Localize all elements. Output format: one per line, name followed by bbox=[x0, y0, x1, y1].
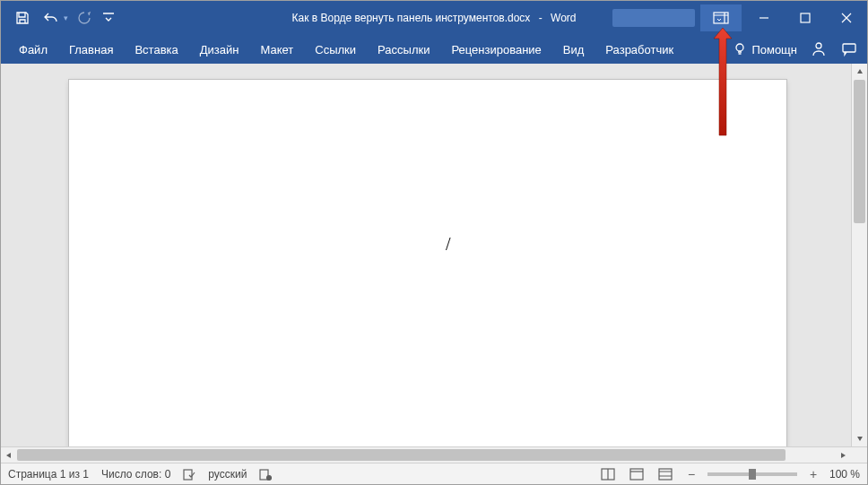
word-count-label: Число слов: 0 bbox=[101, 468, 170, 481]
language-status[interactable]: русский bbox=[208, 468, 247, 481]
save-icon bbox=[15, 11, 30, 25]
page-number-status[interactable]: Страница 1 из 1 bbox=[8, 468, 89, 481]
tab-references[interactable]: Ссылки bbox=[304, 35, 367, 64]
scroll-right-button[interactable] bbox=[835, 447, 851, 463]
share-button[interactable] bbox=[810, 40, 828, 58]
macro-record-status[interactable] bbox=[259, 468, 272, 481]
zoom-percent[interactable]: 100 % bbox=[829, 468, 860, 481]
svg-rect-3 bbox=[801, 13, 810, 22]
svg-rect-6 bbox=[843, 44, 855, 52]
read-mode-icon bbox=[601, 468, 615, 481]
zoom-slider-handle[interactable] bbox=[749, 469, 756, 480]
web-layout-button[interactable] bbox=[655, 466, 675, 482]
app-name: Word bbox=[551, 12, 576, 24]
print-layout-button[interactable] bbox=[627, 466, 647, 482]
macro-record-icon bbox=[259, 468, 272, 481]
print-layout-icon bbox=[629, 468, 644, 481]
zoom-out-button[interactable]: − bbox=[684, 467, 699, 481]
tab-file[interactable]: Файл bbox=[8, 35, 58, 64]
save-button[interactable] bbox=[10, 5, 35, 30]
workspace: / bbox=[1, 64, 867, 446]
undo-dropdown-icon[interactable]: ▾ bbox=[64, 13, 68, 22]
share-icon bbox=[811, 41, 827, 57]
ribbon-right-tools: Помощн bbox=[733, 40, 867, 58]
text-cursor: / bbox=[446, 234, 451, 255]
svg-point-9 bbox=[267, 475, 272, 480]
tell-me-search[interactable]: Помощн bbox=[733, 43, 797, 56]
ribbon-display-options-button[interactable] bbox=[700, 4, 742, 31]
hscroll-track[interactable] bbox=[17, 447, 835, 463]
close-icon bbox=[841, 13, 852, 23]
tab-design[interactable]: Дизайн bbox=[189, 35, 250, 64]
maximize-button[interactable] bbox=[785, 1, 826, 35]
document-name: Как в Ворде вернуть панель инструментов.… bbox=[291, 12, 530, 24]
scroll-corner bbox=[851, 447, 867, 463]
hscroll-thumb[interactable] bbox=[17, 449, 786, 461]
svg-rect-2 bbox=[714, 13, 728, 23]
bulb-icon bbox=[733, 43, 746, 56]
vertical-scrollbar[interactable] bbox=[851, 64, 867, 446]
title-text: Как в Ворде вернуть панель инструментов.… bbox=[291, 12, 576, 24]
word-window: ▾ Как в Ворде вернуть панель инструменто… bbox=[0, 0, 868, 485]
scroll-left-button[interactable] bbox=[1, 447, 17, 463]
svg-rect-12 bbox=[659, 469, 672, 480]
comments-button[interactable] bbox=[840, 40, 858, 58]
svg-point-4 bbox=[736, 44, 743, 51]
zoom-in-button[interactable]: + bbox=[806, 467, 820, 481]
redo-icon bbox=[77, 11, 91, 25]
undo-icon bbox=[44, 11, 58, 25]
customize-qat-icon bbox=[101, 11, 116, 25]
minimize-button[interactable] bbox=[743, 1, 785, 35]
comments-icon bbox=[841, 41, 857, 57]
tab-developer[interactable]: Разработчик bbox=[595, 35, 684, 64]
zoom-slider[interactable] bbox=[707, 472, 797, 476]
titlebar: ▾ Как в Ворде вернуть панель инструменто… bbox=[1, 1, 867, 35]
language-label: русский bbox=[208, 468, 247, 481]
account-area[interactable] bbox=[612, 9, 695, 27]
customize-qat-button[interactable] bbox=[100, 5, 117, 30]
spell-check-status[interactable] bbox=[183, 468, 195, 481]
undo-button[interactable] bbox=[39, 5, 64, 30]
status-bar: Страница 1 из 1 Число слов: 0 русский − bbox=[1, 463, 867, 484]
quick-access-toolbar: ▾ bbox=[1, 5, 117, 30]
ribbon-tabs: Файл Главная Вставка Дизайн Макет Ссылки… bbox=[1, 35, 867, 64]
vscroll-track[interactable] bbox=[852, 80, 867, 430]
tab-review[interactable]: Рецензирование bbox=[440, 35, 551, 64]
tab-mailings[interactable]: Рассылки bbox=[367, 35, 440, 64]
document-area[interactable]: / bbox=[1, 64, 851, 446]
web-layout-icon bbox=[658, 468, 673, 481]
scroll-down-button[interactable] bbox=[852, 430, 867, 446]
scroll-up-button[interactable] bbox=[852, 64, 867, 80]
status-right-group: − + 100 % bbox=[598, 466, 860, 482]
svg-rect-7 bbox=[184, 470, 192, 480]
tab-layout[interactable]: Макет bbox=[249, 35, 304, 64]
svg-rect-11 bbox=[630, 469, 643, 480]
tab-view[interactable]: Вид bbox=[552, 35, 595, 64]
spell-check-icon bbox=[183, 468, 195, 481]
read-mode-button[interactable] bbox=[598, 466, 618, 482]
tell-me-label: Помощн bbox=[751, 43, 797, 56]
title-separator: - bbox=[539, 12, 542, 24]
page-number-label: Страница 1 из 1 bbox=[8, 468, 89, 481]
svg-point-5 bbox=[816, 43, 821, 48]
ribbon-display-options-icon bbox=[713, 12, 729, 24]
tab-insert[interactable]: Вставка bbox=[124, 35, 188, 64]
window-controls bbox=[612, 1, 867, 35]
horizontal-scrollbar[interactable] bbox=[1, 446, 867, 463]
document-page[interactable] bbox=[69, 80, 786, 446]
word-count-status[interactable]: Число слов: 0 bbox=[101, 468, 170, 481]
tab-home[interactable]: Главная bbox=[58, 35, 124, 64]
maximize-icon bbox=[800, 13, 811, 23]
vscroll-thumb[interactable] bbox=[854, 80, 865, 223]
minimize-icon bbox=[759, 13, 769, 23]
close-button[interactable] bbox=[826, 1, 867, 35]
redo-button[interactable] bbox=[72, 5, 97, 30]
